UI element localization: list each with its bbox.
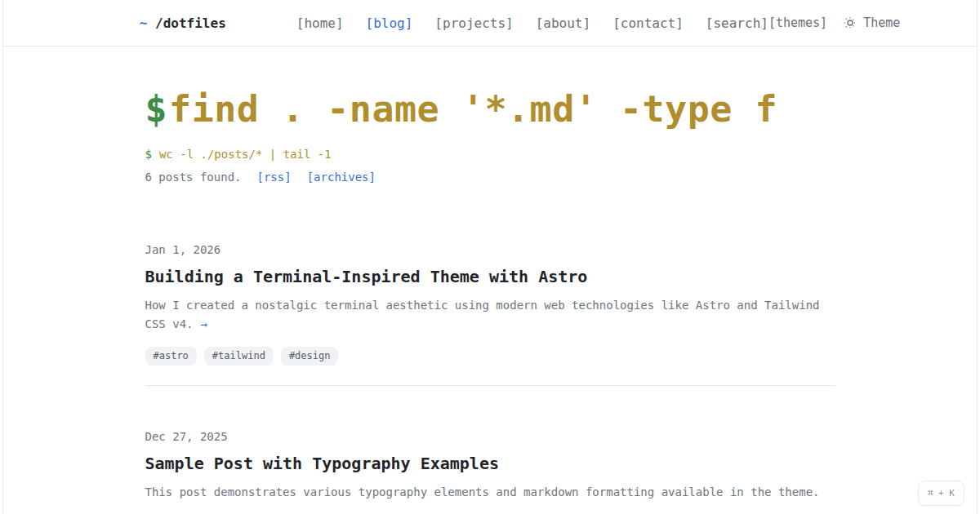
site-header: ~ /dotfiles [home][blog][projects][about… bbox=[3, 0, 977, 47]
theme-toggle-label: Theme bbox=[863, 16, 900, 30]
post-item: Jan 1, 2026Building a Terminal-Inspired … bbox=[145, 243, 835, 366]
nav-link-about[interactable]: [about] bbox=[536, 16, 590, 31]
post-title-link[interactable]: Sample Post with Typography Examples bbox=[145, 454, 499, 473]
theme-toggle-button[interactable]: Theme bbox=[844, 16, 900, 30]
post-item: Dec 27, 2025Sample Post with Typography … bbox=[145, 430, 835, 502]
prompt-symbol: $ bbox=[145, 148, 152, 161]
posts-count-text: 6 posts found. bbox=[145, 171, 242, 184]
themes-link[interactable]: [themes] bbox=[768, 16, 827, 30]
main-content: $find . -name '*.md' -type f $wc -l ./po… bbox=[145, 87, 835, 502]
nav-link-home[interactable]: [home] bbox=[296, 16, 344, 31]
post-date: Dec 27, 2025 bbox=[145, 430, 835, 443]
nav-link-search[interactable]: [search] bbox=[706, 16, 768, 31]
read-more-arrow[interactable]: → bbox=[201, 317, 207, 330]
page-title: $find . -name '*.md' -type f bbox=[145, 87, 835, 131]
tag-row: #astro#tailwind#design bbox=[145, 347, 835, 366]
logo-name: /dotfiles bbox=[155, 16, 226, 31]
post-title-heading: Building a Terminal-Inspired Theme with … bbox=[145, 256, 835, 287]
archives-link[interactable]: [archives] bbox=[307, 171, 376, 184]
main-nav: [home][blog][projects][about][contact][s… bbox=[296, 16, 768, 31]
post-date: Jan 1, 2026 bbox=[145, 243, 835, 256]
page-frame: ~ /dotfiles [home][blog][projects][about… bbox=[2, 0, 978, 514]
post-list: Jan 1, 2026Building a Terminal-Inspired … bbox=[145, 243, 835, 502]
post-description: How I created a nostalgic terminal aesth… bbox=[145, 296, 835, 334]
post-title-link[interactable]: Building a Terminal-Inspired Theme with … bbox=[145, 267, 588, 286]
tag-tailwind[interactable]: #tailwind bbox=[204, 347, 274, 366]
sun-icon bbox=[844, 16, 857, 29]
post-title-heading: Sample Post with Typography Examples bbox=[145, 443, 835, 474]
post-description: This post demonstrates various typograph… bbox=[145, 483, 835, 502]
post-divider bbox=[145, 385, 835, 386]
command-k-shortcut-badge[interactable]: ⌘ + K bbox=[918, 481, 964, 506]
rss-link[interactable]: [rss] bbox=[257, 171, 292, 184]
tag-design[interactable]: #design bbox=[281, 347, 339, 366]
nav-link-contact[interactable]: [contact] bbox=[612, 16, 684, 31]
prompt-symbol: $ bbox=[145, 87, 168, 131]
nav-link-blog[interactable]: [blog] bbox=[366, 16, 413, 31]
posts-summary-line: 6 posts found.[rss][archives] bbox=[145, 171, 835, 184]
nav-link-projects[interactable]: [projects] bbox=[434, 16, 513, 31]
page-title-text: find . -name '*.md' -type f bbox=[169, 87, 777, 131]
command-text: wc -l ./posts/* | tail -1 bbox=[159, 148, 332, 161]
logo-tilde: ~ bbox=[140, 16, 155, 31]
tag-astro[interactable]: #astro bbox=[145, 347, 197, 366]
site-logo[interactable]: ~ /dotfiles bbox=[92, 0, 226, 47]
header-right: [themes] Theme bbox=[768, 16, 900, 30]
terminal-command-line: $wc -l ./posts/* | tail -1 bbox=[145, 148, 835, 161]
